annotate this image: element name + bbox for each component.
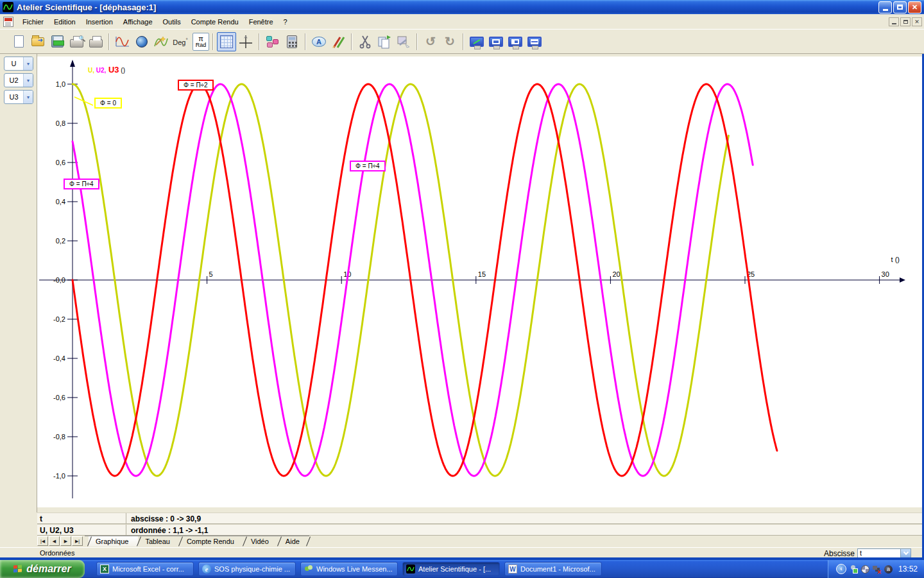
tab-nav-prev-button[interactable]: ◀ [49, 536, 60, 546]
chevron-down-icon[interactable]: ▼ [23, 57, 33, 70]
atelier-icon [406, 565, 415, 574]
toolbar-separator [416, 33, 418, 50]
restore-button[interactable] [893, 1, 907, 13]
chemistry-shapes-button[interactable] [263, 32, 282, 51]
y-tick-label: 0,8 [56, 119, 65, 127]
phase-annotation[interactable]: Φ = Π÷4 [350, 161, 386, 171]
variable-combo-u-label: U [4, 57, 23, 70]
display-split-horizontal-button[interactable] [525, 32, 544, 51]
abscisse-label: Abscisse [824, 549, 855, 558]
mdi-restore-button[interactable] [900, 17, 911, 26]
mdi-minimize-button[interactable] [889, 17, 899, 26]
legend-part: U2, [94, 67, 106, 74]
y-axis-arrow [70, 60, 75, 67]
print-preview-button[interactable] [67, 32, 86, 51]
taskbar-button-excel[interactable]: X Microsoft Excel - corr... [96, 562, 194, 576]
variable-combo-u[interactable]: U ▼ [4, 57, 33, 71]
display-split-vertical-icon [508, 37, 522, 47]
status-row-inner: t abscisse : 0 -> 30,9 [37, 512, 924, 524]
cut-button[interactable] [355, 32, 375, 51]
pinwheel-icon[interactable] [861, 565, 869, 574]
menu-insertion[interactable]: Insertion [81, 16, 118, 28]
webcam-button[interactable] [132, 32, 151, 51]
menu-outils[interactable]: Outils [158, 16, 186, 28]
annotation-button[interactable]: A [309, 32, 329, 51]
axes-button[interactable] [236, 32, 255, 51]
radians-mode-button[interactable]: π Rad [193, 33, 209, 51]
tab-graphique[interactable]: Graphique [89, 536, 138, 547]
tab-compte-rendu[interactable]: Compte Rendu [180, 536, 244, 547]
variable-combo-u2[interactable]: U2 ▼ [4, 73, 33, 87]
undo-button[interactable]: ↺ [421, 32, 440, 51]
taskbar-button-word[interactable]: W Document1 - Microsof... [504, 562, 602, 576]
mdi-minimize-icon [892, 23, 896, 24]
redo-icon: ↻ [445, 35, 455, 48]
degrees-mode-button[interactable]: Deg° [171, 32, 193, 51]
drawing-tools-icon [330, 35, 346, 49]
chart-plot-area[interactable]: t ()510152025301,00,80,60,40,2-0,0-0,2-0… [37, 57, 922, 507]
mdi-close-button[interactable]: ✕ [912, 17, 922, 26]
sine-signal-button[interactable] [113, 32, 132, 51]
sheet-tab-strip: |◀ ◀ ▶ ▶| Graphique Tableau Compte Rendu… [0, 536, 924, 547]
tab-nav-last-button[interactable]: ▶| [72, 536, 83, 546]
phase-annotation[interactable]: Φ = Π÷4 [64, 179, 99, 189]
y-tick-label: 0,6 [56, 159, 65, 166]
menu-compte-rendu[interactable]: Compte Rendu [186, 16, 244, 28]
phase-annotation[interactable]: Φ = 0 [94, 98, 122, 109]
model-wand-button[interactable] [151, 32, 171, 51]
calculator-button[interactable] [282, 32, 302, 51]
tab-nav-next-button[interactable]: ▶ [60, 536, 71, 546]
y-tick-label: -0,2 [53, 315, 65, 323]
close-button[interactable]: ✕ [908, 1, 921, 13]
phase-annotation[interactable]: Φ = Π÷2 [178, 80, 214, 91]
variable-combo-u3[interactable]: U3 ▼ [4, 90, 33, 104]
new-document-button[interactable] [9, 32, 28, 51]
minimize-button[interactable] [878, 1, 892, 13]
a-badge-icon[interactable]: a [884, 565, 893, 574]
taskbar-button-atelier[interactable]: Atelier Scientifique - [... [402, 562, 500, 576]
new-document-icon [14, 35, 24, 48]
display-split-vertical-button[interactable] [506, 32, 525, 51]
menu-affichage[interactable]: Affichage [118, 16, 158, 28]
save-icon [51, 35, 64, 48]
chevron-down-icon[interactable] [900, 549, 911, 557]
taskbar-button-label: SOS physique-chimie ... [214, 565, 290, 573]
abscisse-combo[interactable]: t [857, 548, 911, 558]
redo-button[interactable]: ↻ [440, 32, 459, 51]
tab-aide[interactable]: Aide [278, 536, 309, 547]
save-button[interactable] [47, 32, 67, 51]
network-error-icon[interactable] [873, 565, 881, 574]
tab-tableau[interactable]: Tableau [138, 536, 180, 547]
open-button[interactable] [28, 32, 47, 51]
menu-fenetre[interactable]: Fenêtre [244, 16, 278, 28]
status-row-inner: U, U2, U3 ordonnée : 1,1 -> -1,1 [37, 524, 924, 536]
document-icon[interactable] [3, 17, 13, 27]
chevron-down-icon[interactable]: ▼ [23, 91, 33, 103]
tab-video[interactable]: Vidéo [244, 536, 278, 547]
chevron-down-icon[interactable]: ▼ [23, 74, 33, 87]
taskbar-button-messenger[interactable]: Windows Live Messen... [300, 562, 398, 576]
user-status-icon[interactable] [850, 565, 858, 574]
display-single-icon [489, 37, 503, 47]
start-button[interactable]: démarrer [0, 560, 85, 578]
legend-part: () [119, 67, 125, 74]
taskbar-button-sos[interactable]: e SOS physique-chimie ... [198, 562, 296, 576]
sine-signal-icon [115, 35, 130, 49]
menu-edition[interactable]: Edition [49, 16, 81, 28]
paste-button[interactable] [375, 32, 394, 51]
menu-aide[interactable]: ? [278, 16, 293, 28]
y-tick-label: -0,8 [53, 433, 65, 441]
display-graph-button[interactable] [467, 32, 486, 51]
windows-flag-icon [13, 565, 22, 574]
graph-grid-button[interactable] [217, 32, 236, 51]
internet-explorer-icon: e [202, 565, 211, 574]
hide-tray-icons-button[interactable]: ‹ [836, 564, 846, 574]
drawing-tools-button[interactable] [329, 32, 348, 51]
variable-combo-u2-label: U2 [4, 74, 23, 87]
display-single-button[interactable] [486, 32, 506, 51]
undo-icon: ↺ [425, 35, 436, 48]
tab-nav-first-button[interactable]: |◀ [37, 536, 48, 546]
menu-fichier[interactable]: Fichier [17, 16, 49, 28]
capture-button[interactable] [394, 32, 413, 51]
print-button[interactable] [86, 32, 105, 51]
